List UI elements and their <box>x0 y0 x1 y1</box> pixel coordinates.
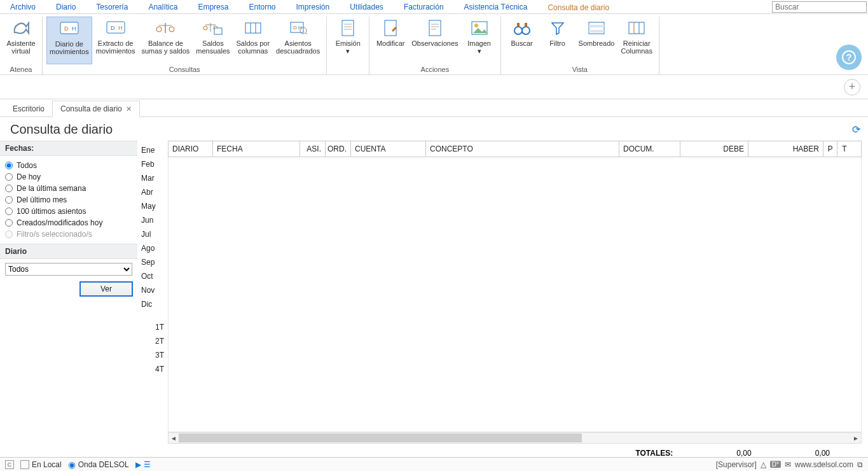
radio-todos[interactable]: Todos <box>5 160 132 171</box>
tab-consulta-diario[interactable]: Consulta de diario ✕ <box>52 101 140 117</box>
month-jul[interactable]: Jul <box>137 227 168 241</box>
emision-button[interactable]: Emisión▾ <box>331 17 365 64</box>
imagen-button[interactable]: Imagen▾ <box>462 17 497 64</box>
modificar-button[interactable]: Modificar <box>373 17 408 64</box>
add-tab-button[interactable]: + <box>844 79 860 95</box>
menu-utilidades[interactable]: Utilidades <box>340 0 394 13</box>
scale-calendar-icon <box>203 18 223 38</box>
window-icon[interactable]: ⧉ <box>857 460 863 469</box>
svg-point-34 <box>514 27 522 34</box>
radio-ultimo-mes[interactable]: Del último mes <box>5 194 132 206</box>
table-header: DIARIO FECHA ASI. ORD. CUENTA CONCEPTO D… <box>168 141 862 157</box>
menu-diario[interactable]: Diario <box>46 0 86 13</box>
month-mar[interactable]: Mar <box>137 171 168 185</box>
menu-analitica[interactable]: Analítica <box>138 0 188 13</box>
ribbon-group-emision-label <box>331 64 365 74</box>
diario-header: Diario <box>0 244 137 259</box>
extract-icon: DH <box>106 18 126 38</box>
svg-text:D: D <box>111 25 115 31</box>
menu-empresa[interactable]: Empresa <box>188 0 238 13</box>
month-nov[interactable]: Nov <box>137 283 168 297</box>
month-may[interactable]: May <box>137 199 168 213</box>
sombreado-button[interactable]: Sombreado <box>576 17 617 64</box>
asientos-descuadrados-button[interactable]: DH Asientosdescuadrados <box>273 17 322 64</box>
broadcast-icon[interactable]: ◉ <box>68 460 76 470</box>
shading-icon <box>586 18 607 38</box>
asistente-virtual-button[interactable]: Asistentevirtual <box>4 17 38 64</box>
ribbon-group-consultas-label: Consultas <box>46 64 322 74</box>
svg-rect-23 <box>342 20 354 36</box>
menu-impresion[interactable]: Impresión <box>286 0 340 13</box>
month-jun[interactable]: Jun <box>137 213 168 227</box>
mail-icon[interactable]: ✉ <box>785 460 791 469</box>
ver-button[interactable]: Ver <box>80 282 132 296</box>
filtro-button[interactable]: Filtro <box>541 17 575 64</box>
month-ago[interactable]: Ago <box>137 241 168 255</box>
warning-icon[interactable]: △ <box>761 460 766 469</box>
refresh-icon[interactable]: ⟳ <box>852 123 860 136</box>
diario-movimientos-button[interactable]: DH Diario demovimientos <box>46 17 92 64</box>
d-badge-icon[interactable]: D° <box>770 461 781 468</box>
col-cuenta[interactable]: CUENTA <box>351 141 426 157</box>
status-c-icon[interactable]: C <box>5 460 14 469</box>
quarter-1t[interactable]: 1T <box>137 320 168 334</box>
menu-facturacion[interactable]: Facturación <box>394 0 454 13</box>
saldos-por-columnas-button[interactable]: Saldos porcolumnas <box>234 17 273 64</box>
col-fecha[interactable]: FECHA <box>213 141 300 157</box>
col-debe[interactable]: DEBE <box>680 141 748 157</box>
month-feb[interactable]: Feb <box>137 157 168 171</box>
status-url[interactable]: www.sdelsol.com <box>795 460 853 469</box>
month-dic[interactable]: Dic <box>137 297 168 311</box>
svg-text:D: D <box>64 25 69 32</box>
alpha-icon <box>11 18 31 38</box>
ribbon-group-atenea-label: Atenea <box>4 64 38 74</box>
saldos-mensuales-button[interactable]: Saldosmensuales <box>193 17 232 64</box>
menu-archivo[interactable]: Archivo <box>0 0 46 13</box>
close-icon[interactable]: ✕ <box>126 105 132 113</box>
month-abr[interactable]: Abr <box>137 185 168 199</box>
month-ene[interactable]: Ene <box>137 143 168 157</box>
col-haber[interactable]: HABER <box>748 141 823 157</box>
svg-rect-28 <box>429 20 441 36</box>
radio-filtro-seleccionado: Filtro/s seleccionado/s <box>5 228 132 240</box>
month-sep[interactable]: Sep <box>137 255 168 269</box>
help-icon[interactable]: ? <box>836 45 862 70</box>
radio-ultima-semana[interactable]: De la última semana <box>5 183 132 194</box>
menu-entorno[interactable]: Entorno <box>238 0 286 13</box>
extracto-movimientos-button[interactable]: DH Extracto demovimientos <box>93 17 138 64</box>
col-asi[interactable]: ASI. <box>300 141 326 157</box>
tab-escritorio[interactable]: Escritorio <box>5 101 52 116</box>
col-ord[interactable]: ORD. <box>326 141 351 157</box>
list-icon[interactable]: ☰ <box>144 460 151 469</box>
menu-consulta-diario[interactable]: Consulta de diario <box>537 0 619 13</box>
buscar-button[interactable]: Buscar <box>505 17 539 64</box>
month-oct[interactable]: Oct <box>137 269 168 283</box>
scroll-right-icon[interactable]: ► <box>851 435 861 442</box>
horizontal-scrollbar[interactable]: ◄ ► <box>168 432 862 444</box>
radio-100-ultimos[interactable]: 100 últimos asientos <box>5 206 132 217</box>
observaciones-button[interactable]: Observaciones <box>409 17 460 64</box>
balance-sumas-saldos-button[interactable]: Balance desumas y saldos <box>139 17 193 64</box>
reiniciar-columnas-button[interactable]: ReiniciarColumnas <box>618 17 655 64</box>
radio-de-hoy[interactable]: De hoy <box>5 171 132 183</box>
menu-asistencia[interactable]: Asistencia Técnica <box>454 0 538 13</box>
scroll-left-icon[interactable]: ◄ <box>169 435 179 442</box>
svg-rect-39 <box>589 25 604 27</box>
svg-rect-37 <box>525 23 527 27</box>
search-input[interactable] <box>772 1 867 13</box>
quarter-4t[interactable]: 4T <box>137 362 168 376</box>
diario-select[interactable]: Todos <box>5 263 132 276</box>
col-p[interactable]: P <box>823 141 837 157</box>
status-box-icon[interactable] <box>20 460 29 469</box>
quarter-2t[interactable]: 2T <box>137 334 168 348</box>
col-docum[interactable]: DOCUM. <box>619 141 680 157</box>
play-icon[interactable]: ▶ <box>135 460 141 469</box>
col-concepto[interactable]: CONCEPTO <box>426 141 619 157</box>
quarter-3t[interactable]: 3T <box>137 348 168 362</box>
col-t[interactable]: T <box>837 141 851 157</box>
svg-point-8 <box>156 27 162 32</box>
menu-tesoreria[interactable]: Tesorería <box>86 0 138 13</box>
col-diario[interactable]: DIARIO <box>169 141 213 157</box>
radio-creados-hoy[interactable]: Creados/modificados hoy <box>5 217 132 228</box>
svg-rect-36 <box>517 23 520 27</box>
